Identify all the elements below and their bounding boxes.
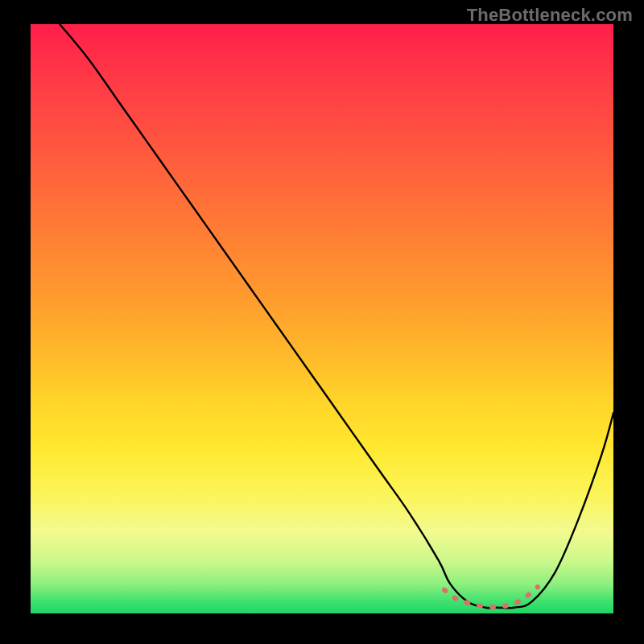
curve-layer — [31, 24, 613, 613]
plot-area — [31, 24, 613, 613]
watermark-text: TheBottleneck.com — [467, 5, 633, 26]
optimal-range-marker — [444, 587, 538, 607]
bottleneck-curve — [60, 24, 613, 608]
chart-frame: TheBottleneck.com — [0, 0, 644, 644]
